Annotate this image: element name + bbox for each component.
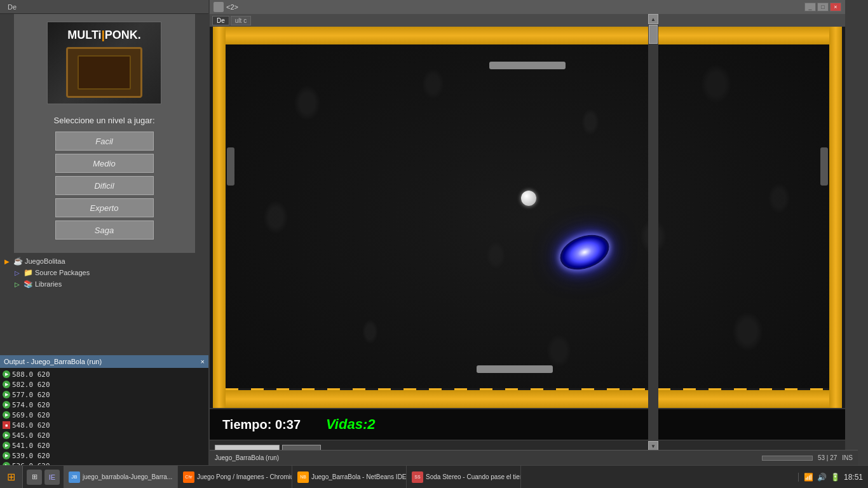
output-line-2: ▶ 582.0 620 bbox=[3, 379, 206, 390]
project-tree: ▶ ☕ JuegoBolitaa ▷ 📁 Source Packages ▷ 📚… bbox=[0, 253, 208, 355]
logo-board bbox=[66, 47, 142, 98]
clock-time: 18:51 bbox=[844, 473, 863, 482]
quick-launch: ⊞ IE bbox=[23, 470, 64, 485]
border-right bbox=[829, 27, 842, 408]
taskbar-item-3[interactable]: SS Soda Stereo - Cuando pase el tiem... bbox=[407, 466, 521, 489]
coords-display: 53 | 27 bbox=[818, 454, 837, 461]
border-top bbox=[213, 27, 842, 44]
taskbar-apps: JB juego_barrabola-Juego_Barra... Chr Ju… bbox=[64, 466, 798, 489]
level-saga-button[interactable]: Saga bbox=[55, 220, 154, 240]
taskbar-icon-1: Chr bbox=[183, 471, 194, 483]
quick-icon-2[interactable]: IE bbox=[44, 470, 60, 485]
output-line-9: ▶ 539.0 620 bbox=[3, 451, 206, 461]
lib-expand-icon: ▷ bbox=[13, 280, 22, 288]
tree-item-project[interactable]: ▶ ☕ JuegoBolitaa bbox=[0, 255, 208, 267]
run-icon-5: ▶ bbox=[3, 411, 10, 419]
output-text-6: 548.0 620 bbox=[12, 421, 50, 430]
quick-icon-1[interactable]: ⊞ bbox=[27, 470, 42, 485]
src-label: Source Packages bbox=[35, 269, 90, 276]
taskbar-right: 📶 🔊 🔋 18:51 bbox=[798, 473, 868, 482]
tree-item-lib[interactable]: ▷ 📚 Libraries bbox=[0, 278, 208, 290]
scroll-track bbox=[648, 24, 658, 441]
output-text-8: 541.0 620 bbox=[12, 442, 50, 450]
run-icon-3: ▶ bbox=[3, 391, 10, 398]
logo-multi: MULTi bbox=[67, 29, 101, 41]
left-tab[interactable]: De bbox=[3, 2, 22, 12]
taskbar-item-0[interactable]: JB juego_barrabola-Juego_Barra... bbox=[64, 466, 178, 489]
tree-item-src[interactable]: ▷ 📁 Source Packages bbox=[0, 267, 208, 278]
vidas-display: Vidas:2 bbox=[326, 416, 375, 433]
paddle-left bbox=[227, 147, 234, 186]
taskbar-label-1: Juego Pong / Imagenes - Chromiu... bbox=[197, 473, 292, 480]
minimize-button[interactable]: _ bbox=[804, 3, 816, 11]
battery-icon: 🔋 bbox=[831, 473, 840, 482]
floral-overlay bbox=[213, 27, 842, 408]
level-dificil-button[interactable]: Dificil bbox=[55, 176, 154, 195]
project-icon: ▶ bbox=[3, 257, 11, 266]
game-tabs: De ult c bbox=[210, 14, 845, 27]
game-logo: MULTi|PONK. bbox=[47, 22, 161, 104]
speaker-icon: 🔊 bbox=[817, 473, 827, 482]
taskbar-item-1[interactable]: Chr Juego Pong / Imagenes - Chromiu... bbox=[178, 466, 292, 489]
game-canvas bbox=[213, 27, 842, 408]
game-tab-2[interactable]: ult c bbox=[231, 16, 251, 25]
lib-icon: 📚 bbox=[24, 280, 33, 288]
scroll-thumb[interactable] bbox=[649, 25, 658, 44]
output-line-7: ▶ 545.0 620 bbox=[3, 430, 206, 440]
win-controls: _ □ × bbox=[804, 3, 841, 11]
game-ball bbox=[521, 191, 536, 206]
logo-text: MULTi|PONK. bbox=[67, 29, 140, 42]
taskbar-icon-2: NB bbox=[297, 471, 309, 483]
output-close-button[interactable]: × bbox=[201, 358, 205, 365]
ins-indicator: INS bbox=[842, 454, 853, 461]
taskbar-icon-3: SS bbox=[412, 471, 423, 483]
game-status: Tiempo: 0:37 Vidas:2 bbox=[210, 408, 845, 440]
output-text-4: 574.0 620 bbox=[12, 401, 50, 409]
taskbar-label-0: juego_barrabola-Juego_Barra... bbox=[83, 473, 172, 480]
paddle-bottom bbox=[477, 365, 553, 373]
level-experto-button[interactable]: Experto bbox=[55, 198, 154, 217]
taskbar-label-2: Juego_BarraBola - NetBeans IDE bbox=[311, 473, 407, 480]
taskbar-icon-0: JB bbox=[69, 471, 80, 483]
quick-icon-2-glyph: IE bbox=[49, 473, 55, 481]
output-text-7: 545.0 620 bbox=[12, 431, 50, 440]
game-tab-1[interactable]: De bbox=[212, 16, 229, 25]
left-panel: De MULTi|PONK. Seleccione un nivel a jug… bbox=[0, 0, 208, 488]
run-icon-7: ▶ bbox=[3, 431, 10, 439]
run-icon-2: ▶ bbox=[3, 381, 10, 388]
output-text-3: 577.0 620 bbox=[12, 391, 50, 399]
game-window: <2> _ □ × De ult c Tiempo: 0:37 Vidas: bbox=[210, 0, 845, 451]
tiempo-display: Tiempo: 0:37 bbox=[222, 417, 301, 432]
start-button[interactable]: ⊞ bbox=[0, 466, 23, 489]
level-facil-button[interactable]: Facil bbox=[55, 132, 154, 151]
taskbar-item-2[interactable]: NB Juego_BarraBola - NetBeans IDE bbox=[292, 466, 407, 489]
run-icon-9: ▶ bbox=[3, 452, 10, 459]
ide-status-bar: Juego_BarraBola (run) 53 | 27 INS bbox=[210, 450, 858, 465]
border-bottom bbox=[213, 390, 842, 408]
vertical-scrollbar[interactable]: ▲ ▼ bbox=[648, 14, 658, 451]
output-line-8: ▶ 541.0 620 bbox=[3, 440, 206, 451]
output-text-1: 588.0 620 bbox=[12, 370, 50, 379]
src-icon: 📁 bbox=[24, 268, 33, 277]
project-name: JuegoBolitaa bbox=[25, 257, 65, 265]
run-icon-8: ▶ bbox=[3, 442, 10, 449]
output-line-6: ■ 548.0 620 bbox=[3, 420, 206, 430]
scroll-up-button[interactable]: ▲ bbox=[648, 14, 658, 24]
progress-bar bbox=[762, 456, 813, 461]
game-titlebar: <2> _ □ × bbox=[210, 0, 845, 14]
network-icon: 📶 bbox=[804, 473, 813, 482]
output-panel: Output - Juego_BarraBola (run) × ▶ 588.0… bbox=[0, 355, 208, 473]
output-content: ▶ 588.0 620 ▶ 582.0 620 ▶ 577.0 620 ▶ 57… bbox=[0, 368, 208, 473]
lib-label: Libraries bbox=[35, 280, 62, 288]
close-button[interactable]: × bbox=[830, 3, 841, 11]
game-window-icon bbox=[214, 2, 224, 12]
taskbar-label-3: Soda Stereo - Cuando pase el tiem... bbox=[426, 473, 521, 480]
left-top-bar: De bbox=[0, 0, 208, 14]
output-line-3: ▶ 577.0 620 bbox=[3, 390, 206, 400]
maximize-button[interactable]: □ bbox=[817, 3, 829, 11]
logo-ponk: PONK. bbox=[105, 29, 141, 41]
game-menu: MULTi|PONK. Seleccione un nivel a jugar:… bbox=[14, 14, 195, 253]
border-left bbox=[213, 27, 226, 408]
diagonal-stripe bbox=[226, 388, 829, 390]
level-medio-button[interactable]: Medio bbox=[55, 154, 154, 173]
